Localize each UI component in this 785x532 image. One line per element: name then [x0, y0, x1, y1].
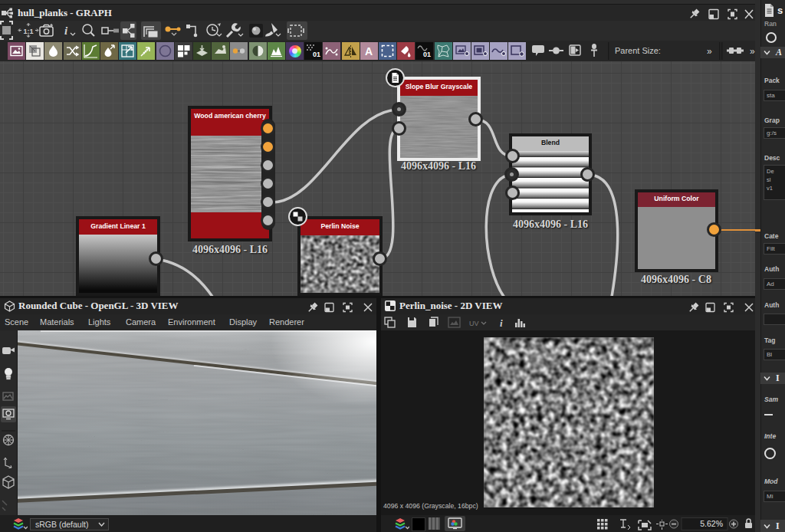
- svg-text:i: i: [500, 317, 503, 329]
- svg-text:i: i: [64, 25, 68, 37]
- svg-text:1:1: 1:1: [23, 28, 33, 35]
- svg-text:01: 01: [423, 51, 431, 58]
- svg-text:UV: UV: [469, 320, 479, 327]
- svg-text:A: A: [365, 45, 373, 57]
- svg-text:»: »: [750, 46, 755, 57]
- svg-text:Parent Size:: Parent Size:: [615, 46, 661, 55]
- svg-text:5.62%: 5.62%: [700, 519, 723, 528]
- svg-text:01: 01: [313, 51, 320, 58]
- svg-text:»: »: [707, 46, 712, 57]
